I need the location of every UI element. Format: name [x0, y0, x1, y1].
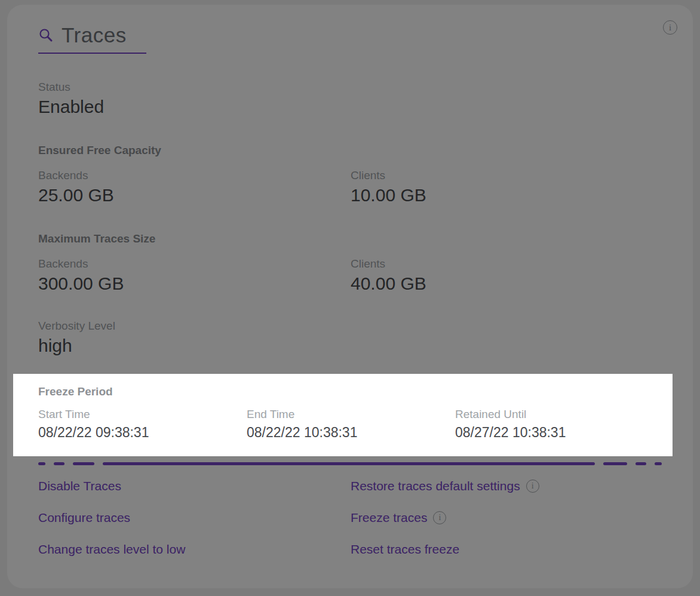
field-label: Clients	[351, 257, 662, 271]
disable-traces-link[interactable]: Disable Traces	[38, 478, 121, 494]
info-icon[interactable]: i	[433, 511, 446, 524]
freeze-traces-link[interactable]: Freeze traces i	[351, 510, 446, 526]
status-value: Enabled	[38, 96, 662, 118]
freeze-period-fields: Start Time 08/22/22 09:38:31 End Time 08…	[38, 407, 661, 442]
field-value: 300.00 GB	[38, 272, 351, 295]
field-start-time: Start Time 08/22/22 09:38:31	[38, 407, 247, 442]
card-title-row: Traces	[38, 23, 146, 54]
status-block: Status Enabled	[38, 80, 662, 118]
verbosity-value: high	[38, 334, 662, 357]
field-label: Retained Until	[455, 407, 661, 422]
field-value: 08/22/22 10:38:31	[247, 423, 455, 442]
field-end-time: End Time 08/22/22 10:38:31	[247, 407, 455, 442]
field-label: Backends	[38, 168, 351, 183]
maximum-traces-size-heading: Maximum Traces Size	[38, 232, 662, 246]
page-title: Traces	[62, 23, 127, 48]
field-value: 10.00 GB	[351, 184, 662, 207]
dashed-separator	[38, 462, 662, 465]
ensured-free-capacity-fields: Backends 25.00 GB Clients 10.00 GB	[38, 168, 662, 207]
field-value: 08/27/22 10:38:31	[455, 423, 661, 442]
field-clients: Clients 40.00 GB	[351, 257, 662, 295]
field-value: 08/22/22 09:38:31	[38, 423, 247, 442]
ensured-free-capacity-heading: Ensured Free Capacity	[38, 143, 662, 158]
field-clients: Clients 10.00 GB	[351, 168, 662, 207]
reset-traces-freeze-link[interactable]: Reset traces freeze	[351, 542, 459, 557]
field-label: Clients	[351, 168, 662, 183]
restore-traces-default-settings-link[interactable]: Restore traces default settings i	[351, 478, 539, 494]
traces-card: Traces i Status Enabled Ensured Free Cap…	[7, 5, 693, 588]
field-backends: Backends 25.00 GB	[38, 168, 351, 207]
actions-area: Disable Traces Restore traces default se…	[38, 478, 662, 557]
change-traces-level-to-low-link[interactable]: Change traces level to low	[38, 542, 185, 557]
verbosity-block: Verbosity Level high	[38, 319, 662, 357]
field-value: 25.00 GB	[38, 184, 351, 207]
search-icon	[38, 27, 54, 43]
maximum-traces-size-fields: Backends 300.00 GB Clients 40.00 GB	[38, 257, 662, 295]
field-label: Backends	[38, 257, 351, 271]
field-label: Start Time	[38, 407, 247, 422]
field-retained-until: Retained Until 08/27/22 10:38:31	[455, 407, 661, 442]
field-label: End Time	[247, 407, 455, 422]
status-label: Status	[38, 80, 662, 94]
freeze-period-heading: Freeze Period	[38, 385, 661, 399]
field-backends: Backends 300.00 GB	[38, 257, 351, 295]
info-icon[interactable]: i	[663, 20, 677, 35]
freeze-period-section: Freeze Period Start Time 08/22/22 09:38:…	[13, 374, 673, 456]
field-value: 40.00 GB	[351, 272, 662, 295]
info-icon[interactable]: i	[526, 480, 539, 493]
configure-traces-link[interactable]: Configure traces	[38, 510, 130, 526]
verbosity-label: Verbosity Level	[38, 319, 662, 333]
